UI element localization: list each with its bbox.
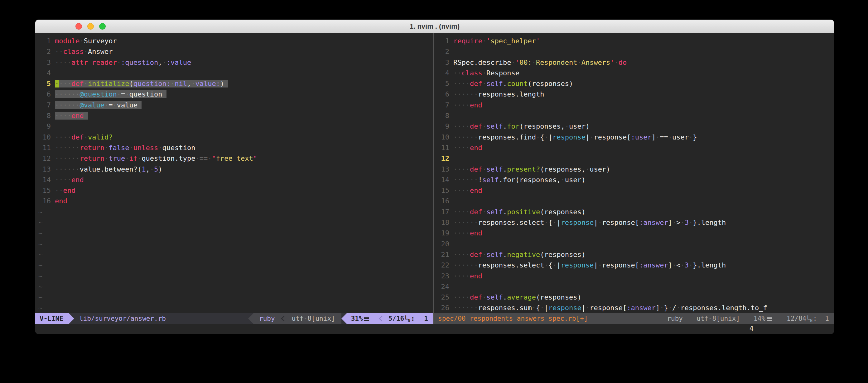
code-line[interactable]: 26······responses.sum·{·|response|·respo… xyxy=(434,303,834,313)
code-line[interactable]: 11······return·false·unless·question xyxy=(35,143,433,153)
code-line[interactable]: 3RSpec.describe·'00:·Respondent·Answers'… xyxy=(434,57,834,68)
code-area-right[interactable]: 1require·'spec_helper'23RSpec.describe·'… xyxy=(434,33,834,313)
code-line[interactable]: 14····end xyxy=(35,175,433,185)
column-right: 1 xyxy=(825,313,829,324)
code-line[interactable]: 13······value.between?(1,·5) xyxy=(35,164,433,175)
code-text: ······@value·=·value xyxy=(55,100,433,110)
line-number: 6 xyxy=(38,89,55,100)
empty-buffer-line: ~ xyxy=(35,217,433,228)
code-line[interactable]: 4 xyxy=(35,68,433,78)
code-line[interactable]: 10····def·valid? xyxy=(35,132,433,143)
code-text: ····end xyxy=(453,228,834,239)
code-line[interactable]: 23····end xyxy=(434,271,834,281)
code-text: require·'spec_helper' xyxy=(453,36,834,46)
code-line[interactable]: 6······responses.length xyxy=(434,89,834,100)
code-line[interactable]: 2 xyxy=(434,46,834,57)
code-text: ····def·self.present?(responses,·user) xyxy=(453,164,834,175)
line-number: 21 xyxy=(437,249,453,260)
code-text: ··end xyxy=(55,185,433,196)
empty-buffer-line: ~ xyxy=(35,207,433,217)
code-line[interactable]: 1require·'spec_helper' xyxy=(434,36,834,46)
code-line[interactable]: 13····def·self.present?(responses,·user) xyxy=(434,164,834,175)
code-line[interactable]: 20 xyxy=(434,239,834,249)
line-number: 14 xyxy=(38,175,55,185)
line-number: 24 xyxy=(437,281,453,292)
code-text: ····def·initialize(question:·nil,·value:… xyxy=(55,78,433,89)
code-text: ······return·false·unless·question xyxy=(55,143,433,153)
code-text xyxy=(453,110,834,121)
line-number: 19 xyxy=(437,228,453,239)
pane-answer-rb: 1module·Surveyor2··class·Answer3····attr… xyxy=(35,33,433,324)
code-line[interactable]: 6······@question·=·question xyxy=(35,89,433,100)
tilde-marker: ~ xyxy=(38,207,42,217)
filename-left: lib/surveyor/answer.rb xyxy=(74,313,166,324)
code-text: ····end xyxy=(453,100,834,110)
split-panes: 1module·Surveyor2··class·Answer3····attr… xyxy=(35,33,834,324)
empty-buffer-line: ~ xyxy=(35,239,433,249)
code-line[interactable]: 8····end xyxy=(35,110,433,121)
line-number: 3 xyxy=(437,57,453,68)
line-number: 1 xyxy=(38,36,55,46)
line-number: 20 xyxy=(437,239,453,249)
code-line[interactable]: 10······responses.find·{·|response|·resp… xyxy=(434,132,834,143)
code-line[interactable]: 11····end xyxy=(434,143,834,153)
code-line[interactable]: 9 xyxy=(35,121,433,132)
tilde-marker: ~ xyxy=(38,217,42,228)
code-line[interactable]: 9····def·self.for(responses,·user) xyxy=(434,121,834,132)
code-text: ····end xyxy=(453,271,834,281)
code-text: ····end xyxy=(55,175,433,185)
code-line[interactable]: 12 xyxy=(434,153,834,164)
line-number: 7 xyxy=(437,100,453,110)
column-left: 1 xyxy=(424,313,428,324)
code-line[interactable]: 21····def·self.negative(responses) xyxy=(434,249,834,260)
code-area-left[interactable]: 1module·Surveyor2··class·Answer3····attr… xyxy=(35,33,433,313)
code-text: ····def·self.negative(responses) xyxy=(453,249,834,260)
code-line[interactable]: 18······responses.select·{·|response|·re… xyxy=(434,217,834,228)
tilde-marker: ~ xyxy=(38,249,42,260)
tilde-marker: ~ xyxy=(38,281,42,292)
code-line[interactable]: 24 xyxy=(434,281,834,292)
pending-command-count: 4 xyxy=(749,324,753,332)
empty-buffer-line: ~ xyxy=(35,249,433,260)
code-line[interactable]: 15····end xyxy=(434,185,834,196)
code-line[interactable]: 25····def·self.average(responses) xyxy=(434,292,834,303)
line-number: 5 xyxy=(437,78,453,89)
line-number: 10 xyxy=(38,132,55,143)
code-line[interactable]: 14······!self.for(responses,·user) xyxy=(434,175,834,185)
filename-right: spec/00_respondents_answers_spec.rb[+] xyxy=(434,313,588,324)
code-text: ··class·Answer xyxy=(55,46,433,57)
code-line[interactable]: 16 xyxy=(434,196,834,206)
code-line[interactable]: 8 xyxy=(434,110,834,121)
terminal-window: 1. nvim . (nvim) 1module·Surveyor2··clas… xyxy=(35,20,834,334)
maxlinenr-icon: LN xyxy=(807,315,812,322)
code-line[interactable]: 2··class·Answer xyxy=(35,46,433,57)
line-number: 1 xyxy=(437,36,453,46)
code-text: ······responses.select·{·|response|·resp… xyxy=(453,260,834,271)
code-line[interactable]: 7······@value·=·value xyxy=(35,100,433,110)
command-line[interactable]: 4 xyxy=(35,324,834,334)
code-text: RSpec.describe·'00:·Respondent·Answers'·… xyxy=(453,57,834,68)
code-line[interactable]: 16end xyxy=(35,196,433,206)
code-line[interactable]: 1module·Surveyor xyxy=(35,36,433,46)
code-line[interactable]: 5····def·self.count(responses) xyxy=(434,78,834,89)
code-line[interactable]: 12······return·true·if·question.type·==·… xyxy=(35,153,433,164)
code-line[interactable]: 17····def·self.positive(responses) xyxy=(434,207,834,217)
code-line[interactable]: 3····attr_reader·:question,·:value xyxy=(35,57,433,68)
code-line[interactable]: 19····end xyxy=(434,228,834,239)
code-line[interactable]: 22······responses.select·{·|response|·re… xyxy=(434,260,834,271)
code-line[interactable]: 7····end xyxy=(434,100,834,110)
scroll-percent-right: 14% xyxy=(753,313,773,324)
code-text xyxy=(453,46,834,57)
code-text: module·Surveyor xyxy=(55,36,433,46)
statusline-right: spec/00_respondents_answers_spec.rb[+] r… xyxy=(434,313,834,324)
linenr-icon xyxy=(767,317,772,321)
line-number: 18 xyxy=(437,217,453,228)
line-number: 5 xyxy=(38,78,55,89)
line-number: 2 xyxy=(437,46,453,57)
code-line[interactable]: 5····def·initialize(question:·nil,·value… xyxy=(35,78,433,89)
code-line[interactable]: 4··class·Response xyxy=(434,68,834,78)
code-text: ····def·valid? xyxy=(55,132,433,143)
line-number: 26 xyxy=(437,303,453,313)
titlebar[interactable]: 1. nvim . (nvim) xyxy=(35,20,834,33)
code-line[interactable]: 15··end xyxy=(35,185,433,196)
